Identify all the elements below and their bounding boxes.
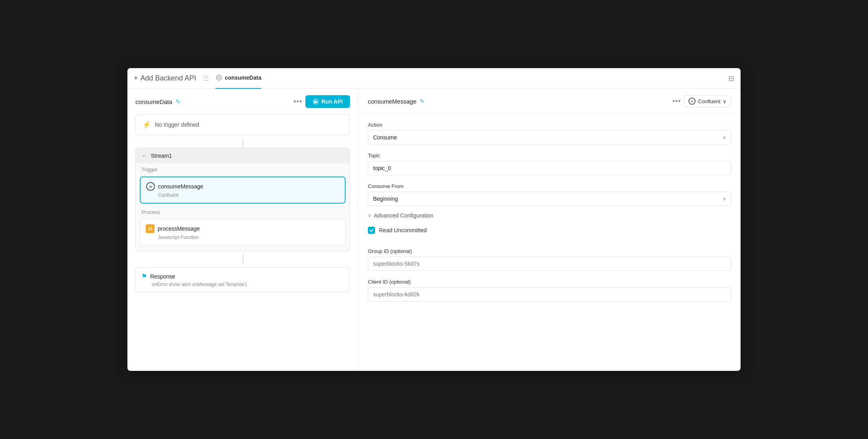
confluent-badge-icon: ⊕ — [688, 98, 696, 105]
trigger-section-label: Trigger — [136, 163, 350, 174]
left-panel-header: consumeData ✎ ••• ▶ Run API — [127, 89, 358, 114]
topic-input[interactable] — [368, 161, 731, 175]
api-title: consumeData — [135, 98, 172, 105]
response-header: ⚑ Response — [141, 272, 344, 280]
run-api-button[interactable]: ▶ Run API — [305, 95, 350, 108]
nav-divider-icon: ☰ — [203, 74, 209, 83]
process-message-header: JS processMessage — [146, 224, 340, 233]
topic-label: Topic — [368, 153, 731, 159]
active-tab[interactable]: consumeData — [215, 68, 262, 89]
consume-from-chevron-icon: ∨ — [723, 196, 726, 202]
client-id-section: Client ID (optional) — [358, 271, 741, 302]
action-section: Action Consume ∨ — [358, 114, 741, 145]
connector-line-1 — [127, 138, 358, 148]
consume-message-name: consumeMessage — [158, 183, 203, 190]
client-id-label: Client ID (optional) — [368, 279, 731, 285]
consume-from-value: Beginning — [373, 196, 398, 202]
consume-from-select[interactable]: Beginning — [368, 192, 731, 206]
no-trigger-label: No trigger defined — [155, 122, 199, 128]
advanced-config-toggle[interactable]: ∨ Advanced Configuration — [358, 206, 741, 225]
consume-from-select-wrapper: Beginning ∨ — [368, 192, 731, 206]
advanced-chevron-icon: ∨ — [368, 213, 371, 218]
lightning-icon: ⚡ — [142, 120, 151, 129]
right-panel-header: consumeMessage ✎ ••• ⊕ Confluent ∨ — [358, 89, 741, 114]
group-id-label: Group ID (optional) — [368, 248, 731, 254]
checkmark-icon — [369, 228, 374, 233]
right-panel-title: consumeMessage — [368, 98, 416, 105]
response-block[interactable]: ⚑ Response onError show alert onMessage … — [135, 267, 350, 292]
more-options-button[interactable]: ••• — [293, 98, 302, 106]
confluent-step-icon: ⊕ — [146, 182, 155, 191]
app-window: + Add Backend API ☰ consumeData ⊟ consum… — [127, 68, 741, 371]
right-more-options-button[interactable]: ••• — [672, 97, 681, 106]
plus-icon: + — [134, 74, 138, 82]
top-nav: + Add Backend API ☰ consumeData ⊟ — [127, 68, 741, 89]
minimize-button[interactable]: ⊟ — [728, 75, 734, 82]
action-label: Action — [368, 122, 731, 128]
topic-section: Topic — [358, 145, 741, 175]
stream-group: ← Stream1 Trigger ⊕ consumeMessage Confl… — [135, 148, 350, 251]
edit-step-title-icon[interactable]: ✎ — [420, 98, 424, 104]
main-content: consumeData ✎ ••• ▶ Run API ⚡ No trigger… — [127, 89, 741, 371]
action-select-wrapper: Consume ∨ — [368, 130, 731, 145]
consume-from-label: Consume From — [368, 183, 731, 189]
action-chevron-icon: ∨ — [723, 135, 726, 140]
stream-header: ← Stream1 — [136, 148, 350, 163]
response-sub: onError show alert onMessage set TempVar… — [141, 282, 344, 287]
right-panel: consumeMessage ✎ ••• ⊕ Confluent ∨ Actio… — [358, 89, 741, 371]
consume-message-header: ⊕ consumeMessage — [146, 182, 339, 191]
add-backend-api-button[interactable]: + Add Backend API — [134, 74, 196, 82]
connector-line-2 — [127, 255, 358, 264]
stream-arrow-icon: ← — [141, 152, 148, 159]
plugin-icon — [215, 74, 223, 81]
left-panel: consumeData ✎ ••• ▶ Run API ⚡ No trigger… — [127, 89, 358, 371]
group-id-section: Group ID (optional) — [358, 240, 741, 271]
js-step-icon: JS — [146, 224, 154, 233]
consume-message-card[interactable]: ⊕ consumeMessage Confluent — [140, 176, 346, 204]
group-id-input[interactable] — [368, 257, 731, 271]
client-id-input[interactable] — [368, 287, 731, 302]
consume-from-section: Consume From Beginning ∨ — [358, 175, 741, 206]
svg-point-0 — [216, 75, 221, 80]
stream-name: Stream1 — [151, 153, 172, 159]
read-uncommitted-label: Read Uncommitted — [379, 227, 427, 233]
edit-api-title-icon[interactable]: ✎ — [176, 98, 180, 105]
action-value: Consume — [373, 134, 397, 141]
add-api-label: Add Backend API — [141, 74, 196, 82]
advanced-config-label: Advanced Configuration — [374, 212, 433, 219]
read-uncommitted-checkbox[interactable] — [368, 227, 375, 234]
action-select[interactable]: Consume — [368, 130, 731, 145]
process-message-name: processMessage — [158, 225, 200, 232]
process-section-label: Process — [136, 206, 350, 217]
run-icon: ▶ — [313, 98, 319, 105]
process-message-sub: Javascript Function — [146, 235, 340, 240]
response-name: Response — [150, 273, 175, 280]
no-trigger-block[interactable]: ⚡ No trigger defined — [135, 114, 350, 135]
confluent-provider-button[interactable]: ⊕ Confluent ∨ — [684, 95, 731, 107]
read-uncommitted-row: Read Uncommitted — [358, 225, 741, 240]
process-message-card[interactable]: JS processMessage Javascript Function — [140, 219, 346, 245]
confluent-provider-label: Confluent — [698, 98, 720, 104]
flag-icon: ⚑ — [141, 272, 147, 280]
consume-message-sub: Confluent — [146, 192, 339, 198]
run-api-label: Run API — [321, 98, 343, 105]
tab-label: consumeData — [225, 74, 262, 81]
confluent-chevron-icon: ∨ — [723, 98, 727, 104]
